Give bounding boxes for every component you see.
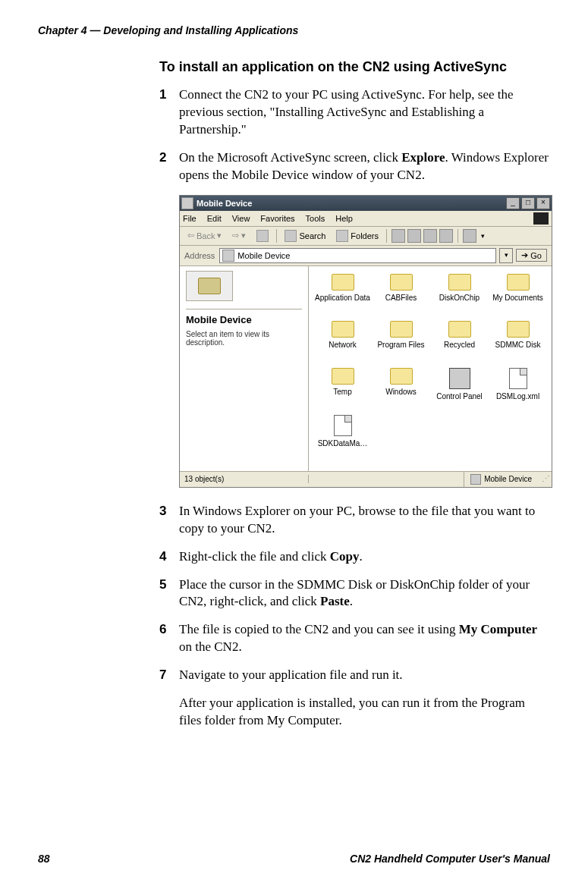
menu-help[interactable]: Help <box>335 214 353 223</box>
folder-temp[interactable]: Temp <box>313 368 372 415</box>
step-4-text-b: . <box>359 549 362 564</box>
folder-my-documents[interactable]: My Documents <box>489 274 547 321</box>
folders-button[interactable]: Folders <box>333 229 382 243</box>
step-number-4: 4 <box>159 548 179 566</box>
delete-icon[interactable] <box>423 229 437 243</box>
xml-file-icon <box>509 368 527 389</box>
mobile-device-icon <box>222 250 234 262</box>
address-dropdown[interactable]: ▾ <box>499 248 513 263</box>
explorer-screenshot: Mobile Device _ □ × File Edit View Favor… <box>179 195 550 488</box>
step-number-2: 2 <box>159 149 179 184</box>
icon-label: Recycled <box>444 341 475 349</box>
search-label: Search <box>299 231 325 240</box>
step-3-text: In Windows Explorer on your PC, browse t… <box>179 503 550 538</box>
step-number-3: 3 <box>159 503 179 538</box>
page-number: 88 <box>38 853 50 865</box>
step-5-text-b: . <box>350 594 353 608</box>
arrow-right-icon: ⇨ <box>232 231 239 240</box>
folder-recycled[interactable]: Recycled <box>430 321 489 368</box>
control-panel-icon <box>449 368 470 389</box>
folder-sdmmc-disk[interactable]: SDMMC Disk <box>489 321 547 368</box>
step-4-bold: Copy <box>330 549 360 564</box>
folder-windows[interactable]: Windows <box>372 368 430 415</box>
status-bar: 13 object(s) Mobile Device ⋰ <box>180 471 552 487</box>
step-number-5: 5 <box>159 576 179 611</box>
mobile-device-icon <box>470 474 481 485</box>
icon-label: CABFiles <box>385 294 417 302</box>
resize-grip-icon[interactable]: ⋰ <box>538 474 552 484</box>
minimize-button[interactable]: _ <box>506 197 520 209</box>
window-title: Mobile Device <box>197 199 506 208</box>
address-input[interactable]: Mobile Device <box>219 248 496 263</box>
step-6-text: The file is copied to the CN2 and you ca… <box>179 621 550 656</box>
icon-label: DiskOnChip <box>439 294 480 302</box>
address-bar: Address Mobile Device ▾ ➔ Go <box>180 246 552 266</box>
file-dsmlog[interactable]: DSMLog.xml <box>489 368 547 415</box>
titlebar: Mobile Device _ □ × <box>180 196 552 211</box>
copy-to-icon[interactable] <box>407 229 421 243</box>
go-button[interactable]: ➔ Go <box>516 249 547 262</box>
step-number-1: 1 <box>159 86 179 139</box>
folder-network[interactable]: Network <box>313 321 372 368</box>
icon-label: Program Files <box>377 341 424 349</box>
step-number-7: 7 <box>159 667 179 684</box>
maximize-button[interactable]: □ <box>521 197 535 209</box>
undo-icon[interactable] <box>439 229 453 243</box>
step-6-text-a: The file is copied to the CN2 and you ca… <box>179 622 459 636</box>
closing-paragraph: After your application is installed, you… <box>179 695 550 730</box>
arrow-left-icon: ⇦ <box>187 231 194 240</box>
step-5-text-a: Place the cursor in the SDMMC Disk or Di… <box>179 577 530 609</box>
folder-diskonchip[interactable]: DiskOnChip <box>430 274 489 321</box>
folder-icon <box>390 274 413 291</box>
address-value: Mobile Device <box>237 251 290 260</box>
step-5-bold: Paste <box>320 594 350 608</box>
folder-icon <box>390 321 413 338</box>
back-button[interactable]: ⇦ Back ▾ <box>184 230 225 241</box>
step-7-text: Navigate to your application file and ru… <box>179 667 550 684</box>
pane-title: Mobile Device <box>186 314 302 325</box>
step-1-text: Connect the CN2 to your PC using ActiveS… <box>179 86 550 139</box>
folder-up-icon <box>256 230 269 242</box>
views-button[interactable] <box>463 229 476 243</box>
up-button[interactable] <box>253 229 272 243</box>
folder-icon <box>332 321 354 338</box>
pane-folder-icon <box>186 271 233 301</box>
menu-edit[interactable]: Edit <box>207 214 222 223</box>
folder-program-files[interactable]: Program Files <box>372 321 430 368</box>
close-button[interactable]: × <box>536 197 550 209</box>
folder-icon <box>448 321 471 338</box>
toolbar: ⇦ Back ▾ ⇨▾ Search Folders ▾ <box>180 227 552 246</box>
status-mid <box>309 472 464 487</box>
icon-label: SDKDataMa… <box>318 439 368 448</box>
menu-file[interactable]: File <box>183 214 197 223</box>
folder-icon <box>507 274 530 291</box>
manual-title: CN2 Handheld Computer User's Manual <box>350 853 550 865</box>
status-objects: 13 object(s) <box>180 475 309 483</box>
title-icon <box>181 197 193 209</box>
folder-cabfiles[interactable]: CABFiles <box>372 274 430 321</box>
step-5-text: Place the cursor in the SDMMC Disk or Di… <box>179 576 550 611</box>
chapter-header: Chapter 4 — Developing and Installing Ap… <box>38 24 550 36</box>
separator <box>276 229 277 243</box>
menu-tools[interactable]: Tools <box>306 214 325 223</box>
folders-label: Folders <box>351 231 379 240</box>
separator <box>386 229 387 243</box>
folder-icon <box>390 368 413 385</box>
search-button[interactable]: Search <box>281 229 329 243</box>
folder-icon <box>332 368 354 385</box>
forward-button[interactable]: ⇨▾ <box>229 230 249 241</box>
item-control-panel[interactable]: Control Panel <box>430 368 489 415</box>
folder-icon <box>332 274 354 291</box>
procedure-list: 1 Connect the CN2 to your PC using Activ… <box>159 86 550 184</box>
file-sdkdatama[interactable]: SDKDataMa… <box>313 415 372 462</box>
step-6-text-b: on the CN2. <box>179 639 242 654</box>
menu-view[interactable]: View <box>232 214 250 223</box>
folder-icon <box>507 321 530 338</box>
menu-favorites[interactable]: Favorites <box>260 214 294 223</box>
menu-bar: File Edit View Favorites Tools Help <box>180 211 552 227</box>
folder-icon <box>448 274 471 291</box>
folder-application-data[interactable]: Application Data <box>313 274 372 321</box>
icon-label: Network <box>329 341 357 349</box>
move-to-icon[interactable] <box>391 229 405 243</box>
icon-label: My Documents <box>492 294 543 302</box>
